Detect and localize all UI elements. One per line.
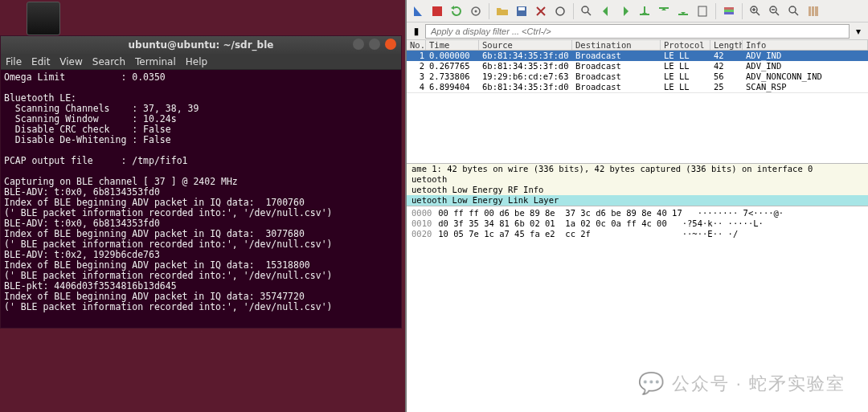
svg-rect-16 [815,6,818,16]
zoom-out-button[interactable] [767,3,783,19]
wireshark-toolbar [407,0,868,22]
terminal-title: ubuntu@ubuntu: ~/sdr_ble [129,39,274,51]
capture-options-button[interactable] [468,3,484,19]
resize-columns-button[interactable] [805,3,821,19]
zoom-reset-button[interactable] [786,3,802,19]
menu-terminal[interactable]: Terminal [135,56,176,67]
auto-scroll-button[interactable] [694,3,710,19]
svg-point-6 [582,6,588,13]
terminal-titlebar[interactable]: ubuntu@ubuntu: ~/sdr_ble [1,36,401,54]
start-capture-button[interactable] [410,3,426,19]
close-file-button[interactable] [533,3,549,19]
zoom-in-button[interactable] [747,3,764,19]
toolbar-separator [489,3,489,19]
packet-list-header[interactable]: No. Time Source Destination Protocol Len… [407,40,868,51]
display-filter-bar: ▮ ▾ [407,22,868,40]
col-dest[interactable]: Destination [572,40,661,50]
packet-details[interactable]: ame 1: 42 bytes on wire (336 bits), 42 b… [407,163,868,206]
toolbar-separator [742,3,743,19]
reload-file-button[interactable] [552,3,568,19]
svg-rect-8 [724,7,734,10]
detail-bluetooth[interactable]: uetooth [407,174,868,185]
bytes-offsets: 0000 0010 0020 [411,208,438,410]
svg-point-2 [475,10,477,12]
svg-rect-15 [812,6,814,16]
watermark: 💬 公众号 · 蛇矛实验室 [638,371,845,396]
svg-rect-0 [432,6,442,16]
find-packet-button[interactable] [579,3,595,19]
svg-rect-9 [724,10,734,12]
col-info[interactable]: Info [743,40,868,50]
restart-capture-button[interactable] [448,3,465,19]
save-file-button[interactable] [514,3,530,19]
col-time[interactable]: Time [426,40,479,50]
col-proto[interactable]: Protocol [661,40,710,50]
svg-point-13 [789,6,796,13]
svg-rect-10 [724,12,734,14]
go-back-button[interactable] [598,3,614,19]
stop-capture-button[interactable] [429,3,445,19]
go-forward-button[interactable] [617,3,633,19]
go-first-button[interactable] [656,3,672,19]
svg-rect-7 [698,6,706,16]
col-source[interactable]: Source [479,40,572,50]
python-bytecode-icon [27,2,60,35]
detail-frame-summary[interactable]: ame 1: 42 bytes on wire (336 bits), 42 b… [407,164,868,174]
detail-ble-rf-info[interactable]: uetooth Low Energy RF Info [407,185,868,195]
terminal-body[interactable]: Omega Limit : 0.0350 Bluetooth LE: Scann… [1,70,401,328]
packet-list: No. Time Source Destination Protocol Len… [407,40,868,92]
col-no[interactable]: No. [407,40,426,50]
go-to-packet-button[interactable] [637,3,653,19]
svg-rect-4 [518,7,525,10]
menu-help[interactable]: Help [186,56,207,67]
svg-rect-14 [809,6,811,16]
filter-bookmark-icon[interactable]: ▮ [410,25,423,38]
packet-row[interactable]: 10.0000006b:81:34:35:3f:d0BroadcastLE LL… [407,51,868,61]
packet-list-blank-area [407,92,868,163]
close-button[interactable] [385,39,396,50]
filter-dropdown-icon[interactable]: ▾ [852,25,865,38]
minimize-button[interactable] [353,39,364,50]
open-file-button[interactable] [494,3,510,19]
maximize-button[interactable] [369,39,380,50]
toolbar-separator [573,3,574,19]
go-last-button[interactable] [675,3,691,19]
menu-edit[interactable]: Edit [31,56,50,67]
toolbar-separator [715,3,716,19]
terminal-menubar: File Edit View Search Terminal Help [1,54,401,70]
menu-file[interactable]: File [6,56,22,67]
display-filter-input[interactable] [425,24,850,39]
watermark-label: 公众号 · 蛇矛实验室 [672,372,845,396]
colorize-button[interactable] [721,3,737,19]
menu-view[interactable]: View [59,56,82,67]
wechat-icon: 💬 [638,371,665,396]
svg-point-5 [556,7,564,15]
wireshark-window: ▮ ▾ No. Time Source Destination Protocol… [405,0,868,412]
packet-row[interactable]: 46.8994046b:81:34:35:3f:d0BroadcastLE LL… [407,82,868,92]
terminal-window: ubuntu@ubuntu: ~/sdr_ble File Edit View … [0,35,402,328]
packet-row[interactable]: 32.73380619:29:b6:cd:e7:63BroadcastLE LL… [407,71,868,82]
packet-row[interactable]: 20.2677656b:81:34:35:3f:d0BroadcastLE LL… [407,61,868,71]
detail-ble-link-layer[interactable]: uetooth Low Energy Link Layer [407,195,868,206]
col-length[interactable]: Length [710,40,743,50]
menu-search[interactable]: Search [92,56,125,67]
